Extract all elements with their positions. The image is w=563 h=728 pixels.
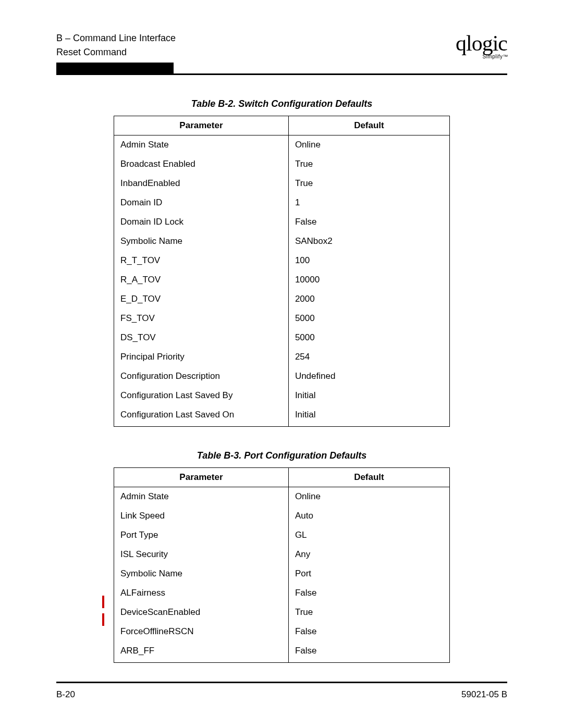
table-row: R_T_TOV100 bbox=[114, 251, 450, 270]
parameter-cell: E_D_TOV bbox=[114, 290, 289, 309]
parameter-cell: Admin State bbox=[114, 135, 289, 155]
table-row: ALFairnessFalse bbox=[114, 584, 450, 603]
table-row: FS_TOV5000 bbox=[114, 309, 450, 328]
parameter-cell: R_A_TOV bbox=[114, 270, 289, 290]
parameter-cell: Symbolic Name bbox=[114, 232, 289, 251]
default-cell: Online bbox=[288, 487, 449, 507]
table-row: Link SpeedAuto bbox=[114, 507, 450, 526]
parameter-cell: Domain ID Lock bbox=[114, 213, 289, 232]
default-cell: False bbox=[288, 641, 449, 663]
page-number: B-20 bbox=[56, 689, 75, 700]
table-row: Configuration Last Saved ByInitial bbox=[114, 386, 450, 405]
document-number: 59021-05 B bbox=[461, 689, 507, 700]
parameter-cell: Port Type bbox=[114, 526, 289, 545]
table-row: ForceOfflineRSCNFalse bbox=[114, 622, 450, 641]
parameter-cell: Broadcast Enabled bbox=[114, 155, 289, 174]
default-cell: SANbox2 bbox=[288, 232, 449, 251]
brand-tagline: Simplify™ bbox=[482, 55, 508, 58]
parameter-cell: ISL Security bbox=[114, 545, 289, 564]
default-cell: 2000 bbox=[288, 290, 449, 309]
table-row: Admin StateOnline bbox=[114, 135, 450, 155]
default-cell: False bbox=[288, 622, 449, 641]
parameter-cell: Domain ID bbox=[114, 193, 289, 213]
parameter-cell: DS_TOV bbox=[114, 328, 289, 348]
column-header-parameter: Parameter bbox=[114, 116, 289, 135]
table-caption: Table B-3. Port Configuration Defaults bbox=[114, 450, 450, 461]
default-cell: False bbox=[288, 584, 449, 603]
default-cell: Auto bbox=[288, 507, 449, 526]
table-row: InbandEnabledTrue bbox=[114, 174, 450, 193]
parameter-cell: Configuration Last Saved By bbox=[114, 386, 289, 405]
parameter-cell: ALFairness bbox=[114, 584, 289, 603]
table-row: DeviceScanEnabledTrue bbox=[114, 603, 450, 622]
default-cell: 5000 bbox=[288, 328, 449, 348]
default-cell: True bbox=[288, 174, 449, 193]
table-row: Configuration DescriptionUndefined bbox=[114, 367, 450, 386]
revision-bar bbox=[102, 613, 104, 626]
table-row: ARB_FFFalse bbox=[114, 641, 450, 663]
parameter-cell: Symbolic Name bbox=[114, 564, 289, 584]
table-row: E_D_TOV2000 bbox=[114, 290, 450, 309]
header-title: Reset Command bbox=[56, 45, 176, 59]
column-header-parameter: Parameter bbox=[114, 468, 289, 487]
default-cell: Any bbox=[288, 545, 449, 564]
table-row: Domain ID LockFalse bbox=[114, 213, 450, 232]
default-cell: 5000 bbox=[288, 309, 449, 328]
table-row: R_A_TOV10000 bbox=[114, 270, 450, 290]
default-cell: Online bbox=[288, 135, 449, 155]
parameter-cell: Configuration Description bbox=[114, 367, 289, 386]
parameter-cell: ForceOfflineRSCN bbox=[114, 622, 289, 641]
default-cell: False bbox=[288, 213, 449, 232]
header-section: B – Command Line Interface bbox=[56, 31, 176, 45]
footer-divider bbox=[56, 682, 507, 683]
header-block bbox=[56, 63, 174, 75]
default-cell: Port bbox=[288, 564, 449, 584]
parameter-cell: ARB_FF bbox=[114, 641, 289, 663]
parameter-cell: FS_TOV bbox=[114, 309, 289, 328]
parameter-cell: DeviceScanEnabled bbox=[114, 603, 289, 622]
default-cell: 1 bbox=[288, 193, 449, 213]
default-cell: 100 bbox=[288, 251, 449, 270]
table-caption: Table B-2. Switch Configuration Defaults bbox=[114, 98, 450, 109]
table-row: Broadcast EnabledTrue bbox=[114, 155, 450, 174]
default-cell: 10000 bbox=[288, 270, 449, 290]
parameter-cell: R_T_TOV bbox=[114, 251, 289, 270]
revision-bar bbox=[102, 596, 104, 608]
default-cell: True bbox=[288, 155, 449, 174]
column-header-default: Default bbox=[288, 468, 449, 487]
table-row: Domain ID1 bbox=[114, 193, 450, 213]
column-header-default: Default bbox=[288, 116, 449, 135]
table-row: Symbolic NamePort bbox=[114, 564, 450, 584]
table-row: DS_TOV5000 bbox=[114, 328, 450, 348]
default-cell: True bbox=[288, 603, 449, 622]
default-cell: Initial bbox=[288, 405, 449, 427]
table-row: Configuration Last Saved OnInitial bbox=[114, 405, 450, 427]
default-cell: GL bbox=[288, 526, 449, 545]
table-row: Symbolic NameSANbox2 bbox=[114, 232, 450, 251]
default-cell: 254 bbox=[288, 348, 449, 367]
config-table: ParameterDefaultAdmin StateOnlineBroadca… bbox=[114, 116, 450, 427]
default-cell: Initial bbox=[288, 386, 449, 405]
parameter-cell: InbandEnabled bbox=[114, 174, 289, 193]
parameter-cell: Admin State bbox=[114, 487, 289, 507]
table-row: Port TypeGL bbox=[114, 526, 450, 545]
config-table: ParameterDefaultAdmin StateOnlineLink Sp… bbox=[114, 467, 450, 663]
parameter-cell: Principal Priority bbox=[114, 348, 289, 367]
table-row: ISL SecurityAny bbox=[114, 545, 450, 564]
table-row: Admin StateOnline bbox=[114, 487, 450, 507]
table-row: Principal Priority254 bbox=[114, 348, 450, 367]
default-cell: Undefined bbox=[288, 367, 449, 386]
parameter-cell: Link Speed bbox=[114, 507, 289, 526]
brand-logo: qlogic Simplify™ bbox=[456, 36, 507, 59]
parameter-cell: Configuration Last Saved On bbox=[114, 405, 289, 427]
